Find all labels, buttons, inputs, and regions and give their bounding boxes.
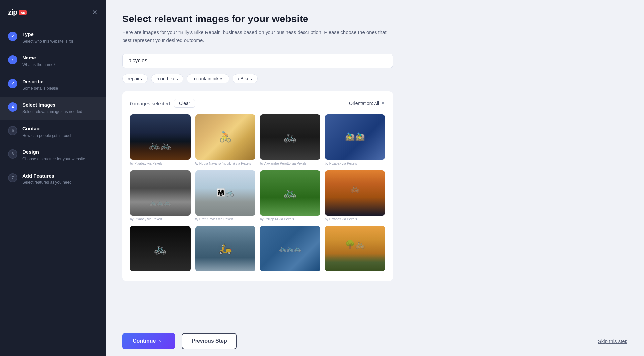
sidebar-item-describe[interactable]: ✓ Describe Some details please (0, 73, 106, 97)
list-item[interactable] (260, 226, 320, 273)
image-credit: by Philipp M via Pexels (260, 217, 320, 221)
image-credit: by Pixabay via Pexels (325, 217, 385, 221)
step-indicator-type: ✓ (8, 32, 17, 41)
list-item[interactable] (130, 226, 191, 273)
image-thumbnail (260, 114, 320, 160)
step-indicator-select-images: 4 (8, 102, 17, 112)
image-credit: by Pixabay via Pexels (130, 217, 191, 221)
step-subtitle-type: Select who this website is for (22, 39, 73, 44)
main-area: Select relevant images for your website … (106, 0, 644, 356)
image-panel-header: 0 images selected Clear Orientation: All… (130, 99, 385, 108)
step-title-contact: Contact (22, 125, 72, 132)
step-title-describe: Describe (22, 78, 58, 85)
image-credit: by Pixabay via Pexels (130, 161, 191, 166)
list-item[interactable]: by Alexandre Perotto via Pexels (260, 114, 320, 166)
sidebar-item-type[interactable]: ✓ Type Select who this website is for (0, 26, 106, 49)
step-indicator-name: ✓ (8, 55, 17, 64)
step-subtitle-add-features: Select features as you need (22, 180, 72, 185)
step-subtitle-design: Choose a structure for your website (22, 156, 85, 162)
list-item[interactable]: by Pixabay via Pexels (325, 170, 385, 221)
tag-repairs[interactable]: repairs (122, 74, 148, 83)
step-title-select-images: Select Images (22, 102, 82, 108)
step-title-type: Type (22, 31, 73, 38)
sidebar-item-name[interactable]: ✓ Name What is the name? (0, 49, 106, 73)
tag-ebikes[interactable]: eBikes (233, 74, 258, 83)
close-icon[interactable]: ✕ (92, 9, 98, 16)
image-thumbnail (195, 226, 256, 271)
image-thumbnail (325, 170, 385, 216)
list-item[interactable]: by Brett Sayles via Pexels (195, 170, 256, 221)
step-subtitle-contact: How can people get in touch (22, 133, 72, 138)
sidebar-item-design[interactable]: 6 Design Choose a structure for your web… (0, 143, 106, 167)
logo: zip wp (8, 8, 27, 17)
step-subtitle-select-images: Select relevant images as needed (22, 109, 82, 115)
image-grid: by Pixabay via Pexels by Nubia Navarro (… (130, 114, 385, 273)
image-credit: by Alexandre Perotto via Pexels (260, 161, 320, 166)
logo-wp-badge: wp (19, 10, 27, 15)
sidebar-item-contact[interactable]: 5 Contact How can people get in touch (0, 120, 106, 143)
image-thumbnail (325, 114, 385, 160)
step-indicator-describe: ✓ (8, 79, 17, 88)
main-content: Select relevant images for your website … (106, 0, 644, 326)
list-item[interactable]: by Nubia Navarro (nubikini) via Pexels (195, 114, 256, 166)
image-thumbnail (130, 170, 191, 216)
selected-count: 0 images selected Clear (130, 99, 195, 108)
image-thumbnail (260, 226, 320, 271)
tag-road-bikes[interactable]: road bikes (151, 74, 184, 83)
previous-step-button[interactable]: Previous Step (182, 333, 237, 349)
image-thumbnail (195, 114, 256, 160)
sidebar-steps: ✓ Type Select who this website is for ✓ … (0, 26, 106, 191)
list-item[interactable]: by Pixabay via Pexels (325, 114, 385, 166)
image-panel: 0 images selected Clear Orientation: All… (122, 91, 393, 281)
image-thumbnail (325, 226, 385, 271)
list-item[interactable]: by Philipp M via Pexels (260, 170, 320, 221)
step-title-name: Name (22, 55, 55, 61)
step-title-add-features: Add Features (22, 173, 72, 179)
sidebar: zip wp ✕ ✓ Type Select who this website … (0, 0, 106, 356)
list-item[interactable] (195, 226, 256, 273)
image-thumbnail (130, 226, 191, 271)
sidebar-item-add-features[interactable]: 7 Add Features Select features as you ne… (0, 167, 106, 191)
step-title-design: Design (22, 149, 85, 155)
chevron-down-icon: ▼ (381, 101, 385, 106)
step-indicator-design: 6 (8, 149, 17, 159)
image-credit: by Brett Sayles via Pexels (195, 217, 256, 221)
image-thumbnail (260, 170, 320, 216)
page-title: Select relevant images for your website (122, 13, 627, 24)
list-item[interactable]: by Pixabay via Pexels (130, 114, 191, 166)
image-thumbnail (195, 170, 256, 216)
list-item[interactable] (325, 226, 385, 273)
step-indicator-add-features: 7 (8, 173, 17, 182)
tags-container: repairs road bikes mountain bikes eBikes (122, 74, 393, 83)
list-item[interactable]: by Pixabay via Pexels (130, 170, 191, 221)
search-input[interactable] (122, 54, 393, 68)
step-subtitle-describe: Some details please (22, 86, 58, 91)
skip-link[interactable]: Skip this step (598, 338, 627, 344)
arrow-right-icon: › (159, 338, 161, 344)
image-credit: by Nubia Navarro (nubikini) via Pexels (195, 161, 256, 166)
sidebar-header: zip wp ✕ (0, 8, 106, 26)
sidebar-item-select-images[interactable]: 4 Select Images Select relevant images a… (0, 97, 106, 120)
logo-zip-text: zip (8, 8, 17, 17)
step-subtitle-name: What is the name? (22, 62, 55, 68)
footer: Continue › Previous Step Skip this step (106, 326, 644, 356)
page-description: Here are images for your "Billy's Bike R… (122, 28, 393, 44)
continue-button[interactable]: Continue › (122, 333, 175, 349)
image-credit: by Pixabay via Pexels (325, 161, 385, 166)
orientation-select[interactable]: Orientation: All ▼ (349, 101, 385, 106)
clear-button[interactable]: Clear (174, 99, 195, 108)
image-thumbnail (130, 114, 191, 160)
tag-mountain-bikes[interactable]: mountain bikes (187, 74, 229, 83)
step-indicator-contact: 5 (8, 126, 17, 135)
